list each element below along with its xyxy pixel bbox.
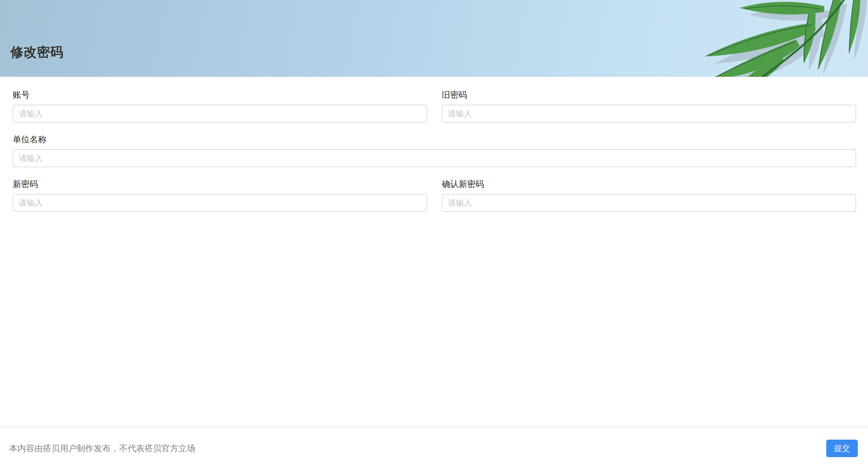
page-title: 修改密码 bbox=[10, 43, 63, 61]
field-account: 账号 bbox=[13, 90, 427, 122]
confirm-new-password-input[interactable] bbox=[442, 194, 856, 212]
disclaimer-text: 本内容由搭贝用户制作发布，不代表搭贝官方立场 bbox=[9, 443, 195, 454]
field-unit-name: 单位名称 bbox=[13, 135, 856, 167]
unit-name-label: 单位名称 bbox=[13, 135, 856, 145]
unit-name-input[interactable] bbox=[13, 149, 856, 167]
new-password-label: 新密码 bbox=[13, 179, 427, 189]
account-label: 账号 bbox=[13, 90, 427, 100]
leaf-decoration bbox=[682, 0, 868, 77]
old-password-label: 旧密码 bbox=[442, 90, 856, 100]
new-password-input[interactable] bbox=[13, 194, 427, 212]
page-header: 修改密码 bbox=[0, 0, 868, 77]
field-new-password: 新密码 bbox=[13, 179, 427, 212]
account-input[interactable] bbox=[13, 105, 427, 122]
confirm-new-password-label: 确认新密码 bbox=[442, 179, 856, 189]
old-password-input[interactable] bbox=[442, 105, 856, 122]
field-confirm-new-password: 确认新密码 bbox=[442, 179, 856, 212]
main-content: 账号 旧密码 单位名称 新密码 确认新密码 bbox=[0, 77, 868, 427]
change-password-form: 账号 旧密码 单位名称 新密码 确认新密码 bbox=[0, 77, 868, 212]
page-footer: 本内容由搭贝用户制作发布，不代表搭贝官方立场 提交 bbox=[0, 427, 868, 469]
palm-leaf-icon bbox=[682, 0, 868, 77]
field-old-password: 旧密码 bbox=[442, 90, 856, 122]
submit-button[interactable]: 提交 bbox=[826, 440, 858, 457]
